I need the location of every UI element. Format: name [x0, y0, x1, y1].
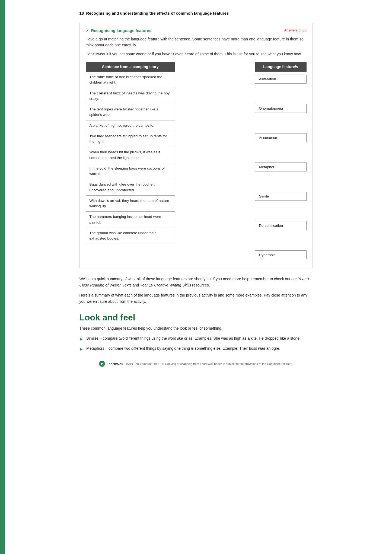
- sentence-row-2: The constant buzz of insects was driving…: [86, 88, 175, 104]
- feature-slot-3: Assonance: [255, 130, 307, 145]
- activity-title: ✓ Recognising language features: [86, 28, 152, 33]
- feature-slot-spacer-6: [255, 233, 307, 247]
- feature-slot-4: Metaphor: [255, 160, 307, 174]
- features-column: Language feature/s Alliteration Onomatop…: [255, 62, 307, 262]
- middle-spacer: [175, 62, 255, 65]
- feature-hyperbole: Hyperbole: [255, 250, 307, 259]
- feature-simile: Simile: [255, 192, 307, 201]
- sentences-column: Sentence from a camping story The rattle…: [86, 62, 175, 244]
- sentence-row-3: The tent ropes were twisted together lik…: [86, 104, 175, 120]
- look-and-feel-heading: Look and feel: [79, 313, 313, 323]
- page-title: Recognising and understanding the effect…: [86, 11, 229, 15]
- sentence-row-6: When their heads hit the pillows, it was…: [86, 147, 175, 163]
- activity-box: ✓ Recognising language features Answers …: [79, 23, 313, 268]
- sentence-row-5: Two tired teenagers struggled to set up …: [86, 131, 175, 147]
- sentence-row-9: With dawn's arrival, they heard the hum …: [86, 196, 175, 212]
- learnwell-icon: ☛: [99, 361, 105, 367]
- sentence-row-8: Bugs danced with glee over the food left…: [86, 179, 175, 196]
- bullet-arrow-similes: ►: [79, 336, 84, 343]
- similes-text: Similes – compare two different things u…: [86, 335, 301, 342]
- metaphors-text: Metaphors – compare two different things…: [86, 345, 280, 352]
- bullet-arrow-metaphors: ►: [79, 346, 84, 353]
- feature-slot-7: Hyperbole: [255, 247, 307, 262]
- feature-slot-2: Onomatopoeia: [255, 101, 307, 116]
- learnwell-logo: ☛ LearnWell: [99, 361, 123, 367]
- sentences-header: Sentence from a camping story: [86, 62, 175, 72]
- activity-description-1: Have a go at matching the language featu…: [86, 36, 307, 48]
- feature-slot-1: Alliteration: [255, 72, 307, 86]
- sentence-row-10: The hammers banging inside her head were…: [86, 212, 175, 228]
- sentence-row-4: A blanket of night covered the campsite.: [86, 120, 175, 131]
- list-item-similes: ► Similes – compare two different things…: [79, 335, 313, 343]
- feature-slot-spacer-1: [255, 86, 307, 101]
- feature-assonance: Assonance: [255, 133, 307, 142]
- features-header: Language feature/s: [255, 62, 307, 72]
- green-sidebar-bar: [0, 0, 5, 554]
- feature-slot-spacer-4: [255, 174, 307, 189]
- activity-title-row: ✓ Recognising language features Answers …: [86, 28, 307, 33]
- feature-slot-spacer-2: [255, 116, 307, 130]
- sentence-row-1: The rattle tattle of tree branches spook…: [86, 72, 175, 88]
- look-and-feel-intro: These common language features help you …: [79, 325, 313, 332]
- page-footer: ☛ LearnWell ISBN 978-1-988586-49-6 © Cop…: [99, 361, 293, 367]
- matching-area: Sentence from a camping story The rattle…: [86, 62, 307, 262]
- sentence-row-7: In the cold, the sleeping bags were coco…: [86, 163, 175, 180]
- look-and-feel-list: ► Similes – compare two different things…: [79, 335, 313, 353]
- check-icon: ✓: [86, 28, 89, 33]
- feature-slot-spacer-5: [255, 203, 307, 218]
- feature-slot-5: Simile: [255, 189, 307, 203]
- feature-alliteration: Alliteration: [255, 75, 307, 84]
- answers-reference: Answers p. 60: [284, 28, 306, 32]
- feature-slot-6: Personification: [255, 218, 307, 233]
- activity-title-text: Recognising language features: [91, 28, 152, 33]
- summary-paragraph-1: We'll do a quick summary of what all of …: [79, 276, 313, 288]
- footer-isbn: ISBN 978-1-988586-49-6: [126, 362, 159, 365]
- page-header: 18 Recognising and understanding the eff…: [79, 11, 313, 15]
- list-item-metaphors: ► Metaphors – compare two different thin…: [79, 345, 313, 353]
- learnwell-brand: LearnWell: [107, 362, 123, 366]
- feature-metaphor: Metaphor: [255, 163, 307, 171]
- activity-description-2: Don't sweat it if you get some wrong or …: [86, 51, 307, 57]
- summary-paragraph-2: Here's a summary of what each of the lan…: [79, 292, 313, 305]
- footer-copyright: © Copying or scanning from LearnWell boo…: [162, 362, 293, 365]
- feature-onomatopoeia: Onomatopoeia: [255, 104, 307, 113]
- feature-slot-spacer-3: [255, 145, 307, 160]
- sentence-row-11: The ground was like concrete under their…: [86, 228, 175, 244]
- feature-personification: Personification: [255, 221, 307, 230]
- page-number: 18: [79, 11, 84, 15]
